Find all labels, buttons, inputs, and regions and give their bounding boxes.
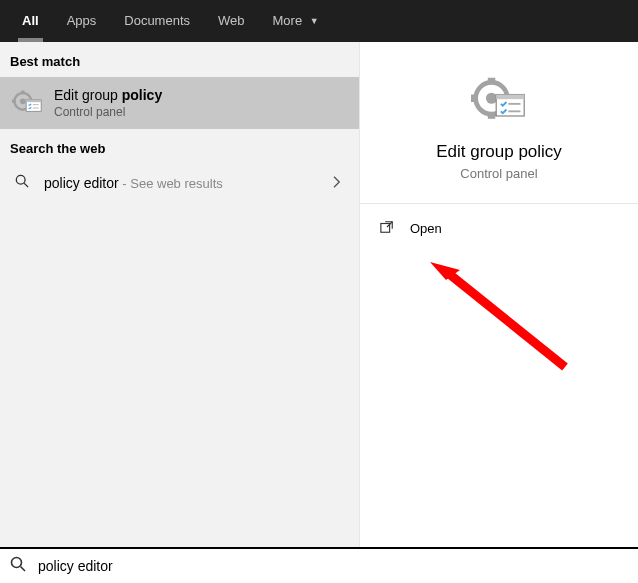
result-title: Edit group policy <box>54 87 162 103</box>
web-result-text: policy editor - See web results <box>44 175 333 191</box>
search-icon <box>12 174 32 191</box>
search-bar <box>0 547 638 583</box>
svg-line-29 <box>21 567 26 572</box>
search-web-header: Search the web <box>0 129 359 164</box>
web-result-policy-editor[interactable]: policy editor - See web results <box>0 164 359 201</box>
svg-rect-2 <box>21 91 24 94</box>
action-open[interactable]: Open <box>360 204 638 252</box>
result-edit-group-policy[interactable]: Edit group policy Control panel <box>0 77 359 129</box>
best-match-header: Best match <box>0 42 359 77</box>
svg-point-12 <box>16 175 25 184</box>
chevron-right-icon <box>333 175 347 191</box>
chevron-down-icon: ▼ <box>310 0 319 42</box>
svg-rect-21 <box>496 95 524 100</box>
svg-rect-5 <box>26 100 41 103</box>
tab-web[interactable]: Web <box>204 0 259 42</box>
search-icon <box>10 556 26 576</box>
svg-point-28 <box>12 558 22 568</box>
group-policy-icon-large <box>471 74 527 130</box>
group-policy-icon <box>12 88 42 118</box>
detail-subtitle: Control panel <box>360 166 638 181</box>
result-text: Edit group policy Control panel <box>54 87 162 119</box>
detail-header: Edit group policy Control panel <box>360 42 638 204</box>
svg-point-1 <box>20 98 26 104</box>
svg-rect-3 <box>12 100 15 103</box>
tab-more[interactable]: More ▼ <box>259 0 333 42</box>
detail-title: Edit group policy <box>360 142 638 162</box>
tab-more-label: More <box>273 13 303 28</box>
main-content: Best match <box>0 42 638 547</box>
action-open-label: Open <box>410 221 442 236</box>
filter-tabs: All Apps Documents Web More ▼ <box>0 0 638 42</box>
svg-rect-16 <box>488 78 495 85</box>
svg-rect-19 <box>488 112 495 119</box>
tab-apps[interactable]: Apps <box>53 0 111 42</box>
tab-all[interactable]: All <box>8 0 53 42</box>
tab-documents[interactable]: Documents <box>110 0 204 42</box>
results-panel: Best match <box>0 42 360 547</box>
search-input[interactable] <box>26 558 628 574</box>
open-icon <box>380 220 396 236</box>
svg-rect-17 <box>471 95 478 102</box>
svg-rect-24 <box>381 224 390 233</box>
svg-point-15 <box>486 93 497 104</box>
detail-panel: Edit group policy Control panel Open <box>360 42 638 547</box>
svg-line-13 <box>24 183 28 187</box>
result-subtitle: Control panel <box>54 105 162 119</box>
